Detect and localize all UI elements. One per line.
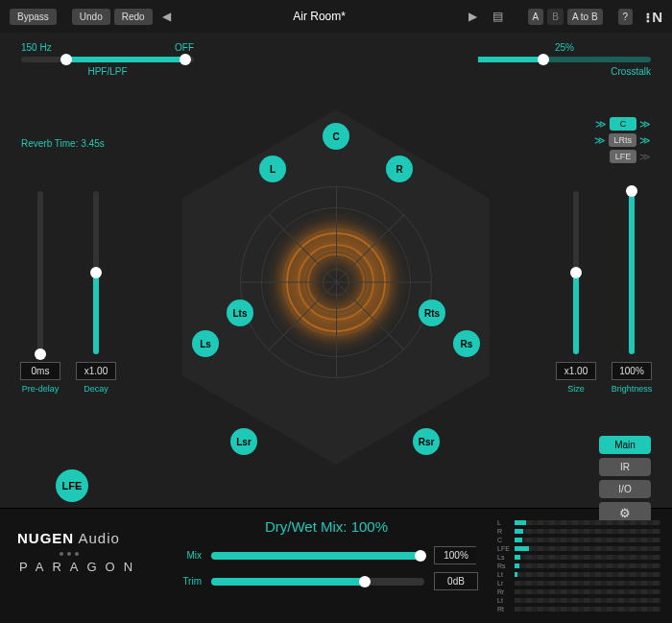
mix-value[interactable]: 100% — [434, 546, 478, 564]
brand-nugen-label: NUGEN Audio — [17, 530, 163, 546]
size-thumb[interactable] — [570, 267, 582, 278]
size-label: Size — [567, 384, 585, 394]
nugen-logo-icon: ⫶N — [644, 9, 662, 25]
mix-thumb[interactable] — [415, 550, 426, 562]
meter-row: L — [497, 518, 660, 526]
hpf-lpf-slider[interactable] — [21, 57, 194, 62]
meter-bar — [515, 546, 660, 551]
channel-ls[interactable]: Ls — [192, 330, 219, 357]
help-button[interactable]: ? — [618, 9, 634, 25]
meter-label: Lt — [497, 571, 512, 578]
brand-paragon-label: PARAGON — [19, 560, 163, 574]
meter-label: Lr — [497, 580, 512, 587]
hpf-thumb[interactable] — [60, 54, 72, 65]
decay-slider: x1.00 Decay — [77, 191, 115, 394]
channel-rs[interactable]: Rs — [453, 330, 480, 357]
meter-bar — [515, 572, 660, 577]
route-out-icon[interactable]: ≫ — [639, 134, 651, 147]
meter-bar — [515, 607, 660, 611]
predelay-label: Pre-delay — [22, 384, 60, 394]
footer: NUGEN Audio PARAGON Dry/Wet Mix: 100% Mi… — [0, 508, 672, 623]
crosstalk-value: 25% — [478, 42, 651, 53]
meter-row: LFE — [497, 544, 660, 552]
meter-bar — [515, 555, 660, 560]
channel-r[interactable]: R — [386, 156, 413, 182]
route-in-icon[interactable]: ≫ — [594, 134, 606, 147]
trim-slider[interactable] — [211, 578, 424, 586]
crosstalk-label: Crosstalk — [478, 66, 651, 77]
mix-slider[interactable] — [211, 552, 424, 560]
channel-rts[interactable]: Rts — [419, 300, 445, 326]
brightness-value[interactable]: 100% — [612, 362, 652, 380]
preset-name[interactable]: Air Room* — [180, 10, 459, 23]
brand-block: NUGEN Audio PARAGON — [0, 509, 163, 623]
tab-ir[interactable]: IR — [599, 458, 651, 476]
hpf-lpf-control: 150 Hz OFF HPF/LPF — [21, 42, 194, 77]
output-meters: L R C LFE Ls Rs Lt Lr — [490, 509, 672, 623]
crosstalk-control: 25% Crosstalk — [478, 42, 651, 77]
channel-lts[interactable]: Lts — [227, 300, 253, 326]
meter-row: Lr — [497, 579, 660, 587]
mix-label: Mix — [175, 550, 202, 561]
prev-preset-icon[interactable]: ◀ — [156, 10, 177, 23]
brightness-label: Brightness — [612, 384, 653, 394]
meter-row: Rs — [497, 562, 660, 569]
redo-button[interactable]: Redo — [114, 9, 153, 25]
channel-lfe[interactable]: LFE — [56, 469, 88, 502]
meter-bar — [515, 598, 660, 603]
meter-bar — [515, 520, 660, 525]
meter-row: Ls — [497, 553, 660, 561]
reverb-time-readout: Reverb Time: 3.45s — [21, 138, 105, 149]
predelay-thumb[interactable] — [35, 348, 46, 360]
meter-label: Rs — [497, 563, 512, 569]
meter-label: Rt — [497, 606, 512, 612]
predelay-slider: 0ms Pre-delay — [21, 191, 60, 394]
reverb-radar — [240, 186, 432, 378]
trim-thumb[interactable] — [359, 576, 371, 587]
play-icon[interactable]: ▶ — [463, 10, 483, 23]
meter-bar — [515, 581, 660, 586]
trim-value[interactable]: 0dB — [434, 572, 478, 590]
meter-label: LFE — [497, 545, 512, 552]
lpf-value: OFF — [175, 42, 194, 53]
lpf-thumb[interactable] — [180, 54, 191, 65]
channel-lsr[interactable]: Lsr — [230, 428, 257, 455]
channel-c[interactable]: C — [323, 123, 349, 150]
route-out-icon[interactable]: ≫ — [639, 118, 651, 131]
predelay-value[interactable]: 0ms — [20, 362, 60, 380]
meter-bar — [515, 563, 660, 568]
tab-main[interactable]: Main — [599, 436, 651, 454]
undo-button[interactable]: Undo — [72, 9, 110, 25]
channel-rsr[interactable]: Rsr — [413, 428, 440, 455]
crosstalk-slider[interactable] — [478, 57, 651, 62]
channel-surround-display: C L R Lts Rts Ls Rs Lsr Rsr — [163, 90, 509, 474]
tab-io[interactable]: I/O — [599, 480, 651, 498]
slot-a-button[interactable]: A — [528, 9, 544, 25]
route-lrts[interactable]: LRts — [609, 133, 636, 147]
crosstalk-thumb[interactable] — [538, 54, 549, 65]
slot-b-button[interactable]: B — [547, 9, 564, 25]
hpf-value: 150 Hz — [21, 42, 52, 53]
route-c[interactable]: C — [610, 117, 636, 131]
brightness-thumb[interactable] — [626, 185, 637, 197]
routing-matrix: ≫ C ≫ ≫ LRts ≫ LFE ≫ — [594, 117, 651, 166]
decay-thumb[interactable] — [90, 267, 102, 278]
hpf-lpf-label: HPF/LPF — [21, 66, 194, 77]
decay-label: Decay — [84, 384, 108, 394]
route-out-icon[interactable]: ≫ — [639, 151, 651, 163]
preset-list-icon[interactable]: ▤ — [487, 10, 509, 23]
channel-l[interactable]: L — [259, 156, 286, 182]
meter-row: R — [497, 527, 660, 535]
meter-bar — [515, 589, 660, 594]
route-in-icon[interactable]: ≫ — [595, 118, 607, 131]
route-lfe[interactable]: LFE — [610, 150, 636, 163]
meter-row: Rr — [497, 587, 660, 595]
decay-value[interactable]: x1.00 — [76, 362, 116, 380]
meter-label: L — [497, 519, 512, 526]
size-slider: x1.00 Size — [557, 191, 595, 394]
size-value[interactable]: x1.00 — [556, 362, 596, 380]
meter-row: Lt — [497, 596, 660, 604]
a-to-b-button[interactable]: A to B — [567, 9, 603, 25]
bypass-button[interactable]: Bypass — [10, 9, 57, 25]
meter-label: R — [497, 528, 512, 535]
